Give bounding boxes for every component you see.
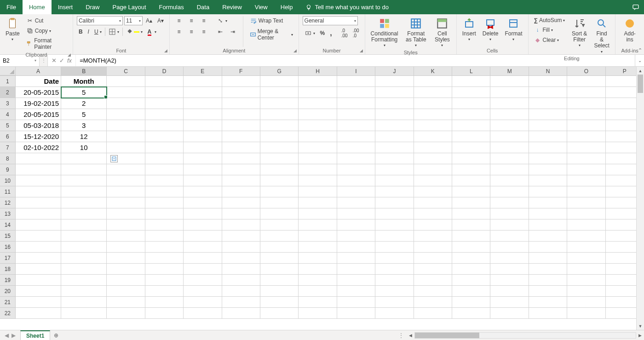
cell[interactable] [107, 308, 145, 319]
cell[interactable] [145, 186, 184, 197]
cell[interactable] [337, 109, 375, 120]
cell[interactable] [529, 286, 567, 297]
cell[interactable] [414, 208, 452, 219]
cell[interactable] [490, 197, 529, 208]
row-header[interactable]: 5 [0, 120, 16, 131]
tab-home[interactable]: Home [23, 0, 52, 14]
cell[interactable] [184, 253, 222, 264]
insert-cells-button[interactable]: Insert▾ [460, 16, 478, 43]
cell[interactable] [61, 197, 107, 208]
cell[interactable] [337, 175, 375, 186]
cell[interactable] [222, 231, 260, 242]
number-format-combo[interactable]: General▾ [303, 16, 358, 25]
cell[interactable] [299, 297, 337, 308]
cell[interactable]: 2 [61, 98, 107, 109]
cell[interactable]: 20-05-2015 [16, 87, 61, 98]
comma-format-button[interactable]: , [328, 28, 334, 38]
column-header[interactable]: J [375, 67, 414, 75]
cell[interactable] [299, 208, 337, 219]
cell[interactable] [145, 219, 184, 231]
addins-button[interactable]: Add-ins [619, 16, 640, 44]
column-header[interactable]: B [61, 67, 107, 75]
cell[interactable] [490, 131, 529, 142]
cell[interactable] [567, 253, 605, 264]
cell[interactable] [16, 253, 61, 264]
cell[interactable] [490, 87, 529, 98]
tab-help[interactable]: Help [274, 0, 299, 14]
cell[interactable] [529, 186, 567, 197]
cell[interactable] [107, 297, 145, 308]
cell[interactable] [414, 275, 452, 286]
new-sheet-button[interactable]: ⊕ [50, 330, 62, 340]
cell[interactable] [567, 131, 605, 142]
cell[interactable] [107, 98, 145, 109]
cell[interactable] [222, 253, 260, 264]
cell[interactable] [452, 231, 490, 242]
cell[interactable] [145, 76, 184, 87]
cell[interactable] [107, 175, 145, 186]
increase-decimal-button[interactable]: .0.00 [339, 27, 350, 39]
cell[interactable] [490, 253, 529, 264]
cell[interactable] [61, 208, 107, 219]
cell[interactable] [567, 98, 605, 109]
cell[interactable]: 5 [61, 87, 107, 98]
row-header[interactable]: 21 [0, 297, 16, 308]
cell[interactable] [414, 186, 452, 197]
cell[interactable]: 15-12-2020 [16, 131, 61, 142]
cell[interactable] [107, 109, 145, 120]
cell[interactable] [337, 208, 375, 219]
cell[interactable] [567, 297, 605, 308]
cell[interactable] [337, 153, 375, 164]
align-left-button[interactable]: ≡ [173, 27, 184, 36]
cell[interactable] [375, 242, 414, 253]
cell[interactable] [107, 186, 145, 197]
cell[interactable] [299, 153, 337, 164]
cell[interactable] [222, 219, 260, 231]
row-header[interactable]: 13 [0, 208, 16, 219]
dialog-launcher-icon[interactable]: ◢ [164, 48, 167, 53]
cell[interactable] [375, 175, 414, 186]
cell[interactable] [260, 186, 299, 197]
cell[interactable] [222, 109, 260, 120]
column-header[interactable]: G [260, 67, 299, 75]
cell[interactable] [529, 131, 567, 142]
cell[interactable] [107, 197, 145, 208]
cell[interactable] [375, 164, 414, 175]
column-header[interactable]: L [452, 67, 490, 75]
cell[interactable] [337, 76, 375, 87]
cell[interactable] [184, 109, 222, 120]
cell[interactable] [107, 242, 145, 253]
cell[interactable] [260, 264, 299, 275]
cell[interactable] [260, 275, 299, 286]
cell[interactable] [567, 242, 605, 253]
cell[interactable] [145, 120, 184, 131]
cell[interactable] [184, 76, 222, 87]
cell[interactable] [260, 308, 299, 319]
cell[interactable] [16, 308, 61, 319]
cell[interactable] [414, 264, 452, 275]
cell[interactable]: 5 [61, 109, 107, 120]
row-header[interactable]: 11 [0, 186, 16, 197]
cancel-formula-button[interactable]: ✕ [52, 57, 57, 64]
wrap-text-button[interactable]: Wrap Text [248, 16, 295, 25]
collapse-ribbon-button[interactable]: ⌃ [638, 47, 642, 53]
cell[interactable] [414, 219, 452, 231]
tab-draw[interactable]: Draw [79, 0, 106, 14]
cell[interactable] [452, 286, 490, 297]
column-header[interactable]: A [16, 67, 61, 75]
cell[interactable] [222, 242, 260, 253]
row-header[interactable]: 1 [0, 76, 16, 87]
cell[interactable] [375, 131, 414, 142]
cell[interactable] [490, 264, 529, 275]
cell[interactable] [222, 120, 260, 131]
expand-formula-bar-button[interactable]: ⌄ [635, 55, 644, 66]
find-select-button[interactable]: Find & Select▾ [592, 16, 611, 55]
accounting-format-button[interactable]: ▾ [303, 29, 317, 38]
cell[interactable] [567, 219, 605, 231]
column-header[interactable]: H [299, 67, 337, 75]
cell[interactable] [184, 297, 222, 308]
column-header[interactable]: E [184, 67, 222, 75]
cell[interactable] [260, 87, 299, 98]
cell[interactable] [299, 76, 337, 87]
cell[interactable] [529, 242, 567, 253]
